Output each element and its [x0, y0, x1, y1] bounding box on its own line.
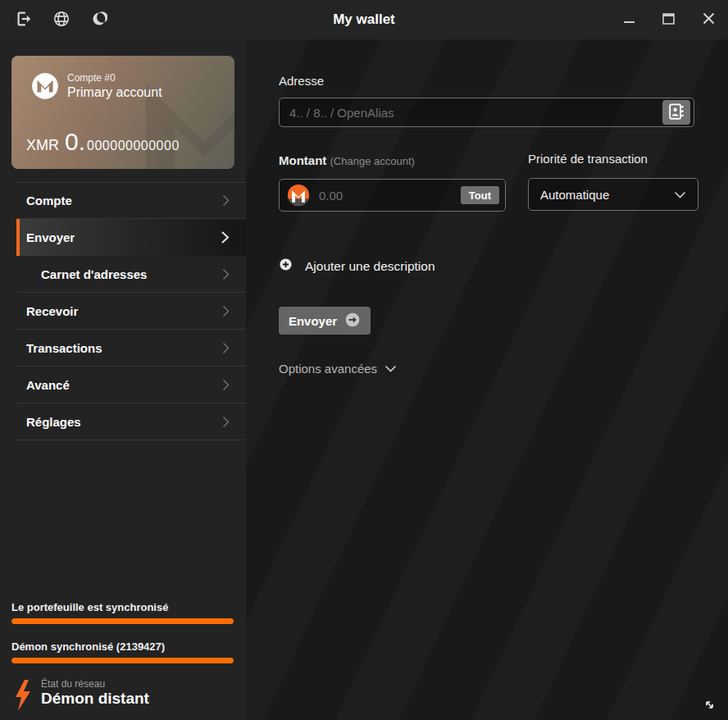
- send-button-label: Envoyer: [289, 314, 337, 328]
- amount-label-row: Montant (Change account): [279, 153, 415, 167]
- minimize-button[interactable]: [610, 0, 649, 39]
- wallet-sync-progressbar: [11, 618, 234, 624]
- balance-decimals: 000000000000: [87, 139, 180, 153]
- close-icon: [701, 11, 717, 29]
- amount-field-wrap: Tout: [279, 179, 506, 212]
- sidebar-item-compte[interactable]: Compte: [16, 182, 246, 219]
- advanced-options-toggle[interactable]: Options avancées: [279, 361, 397, 376]
- chevron-right-icon: [222, 268, 230, 280]
- chevron-right-icon: [221, 230, 230, 244]
- moon-icon: [91, 11, 107, 30]
- arrow-right-circle-icon: [344, 312, 361, 330]
- monero-wallet-window: My wallet: [0, 0, 728, 720]
- titlebar: My wallet: [0, 0, 728, 39]
- monero-coin-icon: [287, 184, 310, 210]
- add-description-button[interactable]: Ajouter une description: [279, 257, 435, 275]
- language-button[interactable]: [43, 0, 80, 39]
- chevron-right-icon: [222, 342, 230, 354]
- network-status-value[interactable]: Démon distant: [41, 690, 149, 708]
- address-book-icon: [667, 103, 685, 123]
- account-card[interactable]: Compte #0 Primary account XMR 0. 0000000…: [11, 56, 234, 169]
- sidebar: Compte #0 Primary account XMR 0. 0000000…: [0, 39, 246, 720]
- resize-handle[interactable]: [703, 698, 717, 715]
- chevron-down-icon: [384, 361, 397, 376]
- address-book-button[interactable]: [662, 100, 690, 125]
- sidebar-item-reglages[interactable]: Réglages: [16, 403, 246, 440]
- sidebar-item-label: Envoyer: [26, 230, 75, 244]
- sidebar-item-envoyer[interactable]: Envoyer: [16, 219, 246, 256]
- balance-currency: XMR: [26, 137, 59, 154]
- account-name: Primary account: [67, 85, 162, 100]
- monero-logo-icon: [31, 72, 59, 103]
- wallet-sync-status: Le portefeuille est synchronisé: [11, 601, 168, 613]
- change-account-hint[interactable]: (Change account): [330, 155, 415, 167]
- chevron-right-icon: [222, 379, 230, 391]
- priority-select[interactable]: Automatique: [528, 178, 698, 211]
- address-label: Adresse: [279, 74, 324, 88]
- globe-icon: [52, 10, 71, 30]
- maximize-icon: [662, 11, 676, 29]
- chevron-right-icon: [222, 194, 230, 207]
- daemon-sync-progress-fill: [11, 658, 234, 663]
- send-all-button[interactable]: Tout: [461, 186, 499, 204]
- account-balance: XMR 0. 000000000000: [26, 128, 180, 156]
- add-description-label: Ajouter une description: [305, 259, 435, 274]
- close-button[interactable]: [689, 0, 728, 39]
- logout-icon: [15, 10, 33, 30]
- sidebar-item-label: Avancé: [26, 378, 70, 392]
- daemon-sync-status: Démon synchronisé (2139427): [11, 640, 165, 653]
- account-label: Compte #0: [67, 72, 162, 84]
- titlebar-left-actions: [0, 0, 118, 39]
- chevron-right-icon: [222, 305, 230, 317]
- sidebar-item-avance[interactable]: Avancé: [16, 367, 246, 403]
- send-button[interactable]: Envoyer: [279, 307, 371, 335]
- lightning-bolt-icon: [13, 679, 33, 715]
- address-field-wrap: [279, 98, 694, 127]
- sidebar-nav: Compte Envoyer Carnet d'adresses: [0, 182, 246, 440]
- daemon-sync-progressbar: [11, 658, 234, 663]
- address-input[interactable]: [279, 98, 694, 127]
- maximize-button[interactable]: [649, 0, 689, 39]
- sidebar-item-label: Carnet d'adresses: [41, 267, 147, 281]
- window-controls: [610, 0, 728, 39]
- sidebar-item-label: Réglages: [26, 415, 81, 429]
- send-page: Adresse: [246, 39, 728, 720]
- network-status-label: État du réseau: [41, 678, 105, 690]
- dark-mode-button[interactable]: [80, 0, 118, 39]
- sidebar-item-label: Recevoir: [26, 304, 78, 318]
- sidebar-item-transactions[interactable]: Transactions: [16, 330, 246, 367]
- sidebar-item-carnet-adresses[interactable]: Carnet d'adresses: [16, 256, 246, 293]
- resize-arrow-icon: [703, 700, 717, 714]
- chevron-down-icon: [674, 191, 686, 198]
- minimize-icon: [623, 12, 636, 28]
- wallet-sync-progress-fill: [11, 618, 234, 624]
- sidebar-item-recevoir[interactable]: Recevoir: [16, 293, 246, 330]
- sidebar-item-label: Compte: [26, 194, 72, 207]
- monero-watermark-icon: [126, 56, 234, 169]
- plus-circle-icon: [279, 257, 293, 275]
- chevron-right-icon: [222, 416, 230, 428]
- amount-label: Montant: [279, 153, 326, 167]
- logout-button[interactable]: [5, 0, 43, 39]
- priority-label: Priorité de transaction: [528, 152, 648, 166]
- balance-integer: 0.: [65, 128, 85, 156]
- priority-selected-value: Automatique: [540, 188, 609, 202]
- sidebar-item-label: Transactions: [26, 341, 102, 355]
- advanced-options-label: Options avancées: [279, 362, 377, 376]
